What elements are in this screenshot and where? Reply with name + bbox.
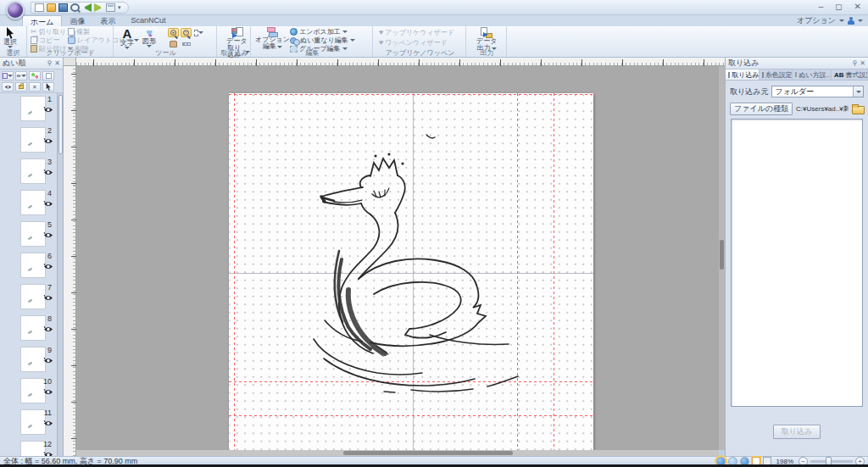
minimize-button[interactable]: –: [819, 2, 824, 12]
item-thumbnail[interactable]: [20, 127, 46, 153]
canvas-vertical-scrollbar[interactable]: [719, 66, 725, 450]
panel-close-icon[interactable]: ✕: [860, 59, 865, 67]
sewing-order-scrollbar[interactable]: [57, 93, 63, 456]
save-icon[interactable]: [58, 3, 68, 12]
item-thumbnail[interactable]: [20, 409, 46, 435]
canvas-horizontal-scrollbar[interactable]: [76, 450, 719, 456]
option-edit-dropdown-icon[interactable]: [277, 46, 282, 48]
close-button[interactable]: ✕: [854, 2, 861, 12]
measure-tool-button[interactable]: [181, 39, 192, 48]
item-visibility-toggle[interactable]: [43, 169, 53, 176]
copy-button[interactable]: コピー: [31, 36, 73, 44]
browse-folder-icon[interactable]: [852, 104, 864, 114]
tab-scanncut[interactable]: ScanNCut: [123, 15, 173, 26]
emboss-button[interactable]: エンボス加工: [290, 28, 355, 36]
applique-wizard-button[interactable]: ♥アップリケウィザード: [379, 29, 454, 36]
new-document-icon[interactable]: [35, 3, 44, 12]
qat-customize-icon[interactable]: ▾: [118, 4, 121, 11]
item-thumbnail[interactable]: [20, 96, 46, 121]
tab-sewing-settings[interactable]: ぬい方設...: [793, 69, 832, 80]
zoom-select-button[interactable]: [193, 28, 204, 37]
file-type-button[interactable]: ファイルの種類: [730, 103, 793, 115]
sewing-order-item[interactable]: 11: [0, 407, 58, 438]
item-visibility-toggle[interactable]: [43, 357, 53, 364]
sewing-order-item[interactable]: 1: [0, 93, 58, 125]
item-thumbnail[interactable]: [20, 253, 46, 278]
overlap-edit-button[interactable]: ぬい重なり編集: [290, 36, 355, 44]
panel-pin-icon[interactable]: ⚲: [47, 59, 52, 67]
zoom-frame-dropdown-icon[interactable]: [198, 31, 203, 34]
overlap-dropdown-icon[interactable]: [350, 39, 355, 42]
shapes-tool-button[interactable]: ♥★ 図形: [142, 27, 156, 47]
tab-text-format[interactable]: AB書式設定: [832, 69, 868, 80]
item-visibility-toggle[interactable]: [43, 388, 53, 396]
sewing-order-item[interactable]: 7: [0, 281, 58, 313]
design-canvas[interactable]: [76, 66, 719, 450]
item-thumbnail[interactable]: [20, 315, 46, 341]
item-visibility-toggle[interactable]: [43, 231, 53, 239]
item-thumbnail[interactable]: [20, 158, 46, 184]
select-dropdown-icon[interactable]: [8, 46, 13, 48]
data-output-button[interactable]: データ 出力: [476, 27, 497, 52]
sewing-order-item[interactable]: 8: [0, 313, 58, 344]
options-dropdown-icon[interactable]: [839, 19, 844, 22]
emboss-dropdown-icon[interactable]: [342, 31, 348, 33]
patch-wizard-button[interactable]: ♥ワッペンウィザード: [379, 39, 454, 47]
zoom-slider[interactable]: [810, 460, 853, 463]
sewing-order-item[interactable]: 2: [0, 125, 58, 156]
sewing-order-item[interactable]: 12: [0, 438, 58, 456]
shapes-dropdown-icon[interactable]: [147, 45, 152, 47]
pointer-button[interactable]: [42, 82, 54, 92]
select-dropdown-button[interactable]: [853, 86, 863, 97]
design-page[interactable]: [229, 93, 593, 450]
visibility-button[interactable]: [2, 82, 14, 92]
tab-view[interactable]: 表示: [92, 15, 123, 26]
select-tool-button[interactable]: 選択: [3, 27, 17, 48]
sewing-order-item[interactable]: 10: [0, 375, 58, 407]
tab-home[interactable]: ホーム: [22, 15, 62, 26]
display-mode-button[interactable]: [15, 71, 27, 81]
tab-import[interactable]: 取り込み: [726, 69, 760, 80]
sewing-order-item[interactable]: 3: [0, 156, 58, 187]
item-thumbnail[interactable]: [20, 378, 46, 403]
tab-image[interactable]: 画像: [62, 15, 92, 26]
application-menu-button[interactable]: [6, 1, 25, 19]
sewing-order-item[interactable]: 9: [0, 344, 58, 375]
zoom-in-button[interactable]: +: [168, 28, 179, 37]
select-frame-button[interactable]: [42, 71, 54, 81]
import-button[interactable]: 取り込み: [773, 425, 821, 439]
sewing-order-item[interactable]: 4: [0, 187, 58, 219]
zoom-icon[interactable]: [70, 3, 80, 12]
lock-button[interactable]: [15, 82, 27, 92]
pan-tool-button[interactable]: [168, 39, 179, 48]
text-tool-button[interactable]: A 文字: [120, 27, 134, 49]
item-visibility-toggle[interactable]: [43, 137, 53, 145]
user-account-icon[interactable]: [848, 17, 854, 25]
panel-pin-icon[interactable]: ⚲: [852, 59, 857, 67]
undo-icon[interactable]: [82, 3, 92, 12]
item-thumbnail[interactable]: [20, 441, 46, 456]
window-switch-icon[interactable]: [106, 3, 115, 12]
panel-close-icon[interactable]: ✕: [54, 59, 60, 67]
item-thumbnail[interactable]: [20, 284, 46, 309]
sewing-order-item[interactable]: 5: [0, 219, 58, 250]
open-folder-icon[interactable]: [47, 3, 56, 12]
import-source-select[interactable]: フォルダー: [771, 86, 864, 97]
item-visibility-toggle[interactable]: [43, 106, 53, 114]
item-visibility-toggle[interactable]: [43, 263, 53, 270]
cut-button[interactable]: ✂切り取り: [31, 28, 73, 36]
clear-button[interactable]: ✕: [29, 82, 41, 92]
maximize-button[interactable]: ◻: [835, 2, 842, 12]
options-menu[interactable]: オプション: [797, 15, 836, 26]
item-thumbnail[interactable]: [20, 221, 46, 247]
redo-icon[interactable]: [94, 3, 103, 12]
item-visibility-toggle[interactable]: [43, 325, 53, 333]
item-thumbnail[interactable]: [20, 190, 46, 215]
item-visibility-toggle[interactable]: [43, 294, 53, 302]
account-dropdown-icon[interactable]: [858, 19, 863, 22]
item-thumbnail[interactable]: [20, 347, 46, 372]
import-file-list[interactable]: [731, 119, 863, 407]
option-edit-button[interactable]: オプション 編集: [255, 27, 290, 50]
sewing-order-item[interactable]: 6: [0, 250, 58, 281]
zoom-out-button[interactable]: −: [181, 28, 192, 37]
